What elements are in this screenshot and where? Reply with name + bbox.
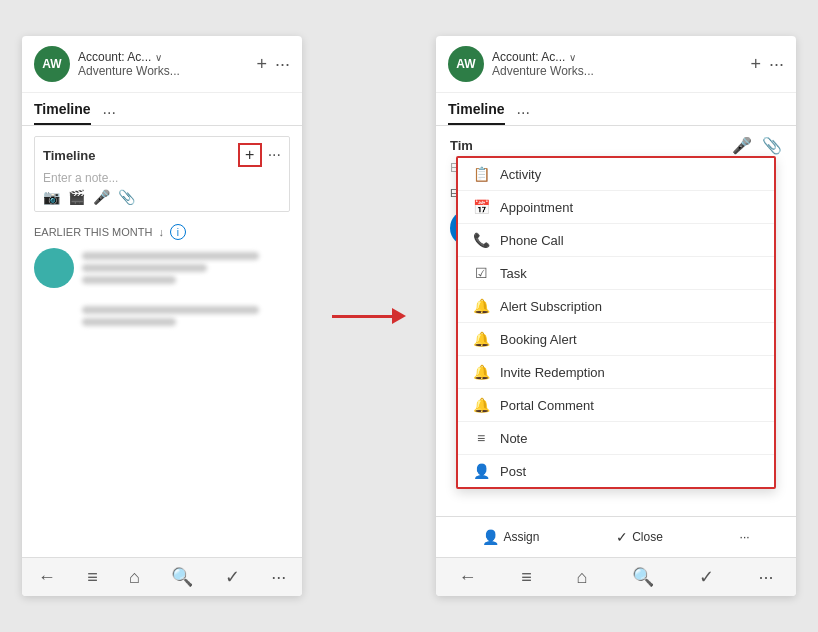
section-label: EARLIER THIS MONTH ↓ i <box>34 224 290 240</box>
right-header-subtitle: Adventure Works... <box>492 64 742 78</box>
right-header: AW Account: Ac... ∨ Adventure Works... +… <box>436 36 796 93</box>
activity-lines <box>82 296 290 336</box>
post-icon: 👤 <box>472 463 490 479</box>
blur-line <box>82 276 176 284</box>
assign-button[interactable]: 👤 Assign <box>474 525 547 549</box>
appointment-icon: 📅 <box>472 199 490 215</box>
add-icon[interactable]: + <box>256 54 267 75</box>
activity-avatar <box>34 248 74 288</box>
back-button[interactable]: ← <box>38 567 56 588</box>
activity-icon: 📋 <box>472 166 490 182</box>
left-panel: AW Account: Ac... ∨ Adventure Works... +… <box>22 36 302 596</box>
more-nav-button[interactable]: ··· <box>271 567 286 588</box>
booking-alert-icon: 🔔 <box>472 331 490 347</box>
bottom-nav: ← ≡ ⌂ 🔍 ✓ ··· <box>22 557 302 596</box>
right-header-actions: + ··· <box>750 54 784 75</box>
menu-button[interactable]: ≡ <box>87 567 98 588</box>
menu-item-portal-comment[interactable]: 🔔 Portal Comment <box>458 389 774 422</box>
action-more-button[interactable]: ··· <box>732 526 758 548</box>
close-button[interactable]: ✓ Close <box>608 525 671 549</box>
alert-subscription-icon: 🔔 <box>472 298 490 314</box>
menu-item-appointment[interactable]: 📅 Appointment <box>458 191 774 224</box>
header-subtitle: Adventure Works... <box>78 64 248 78</box>
timeline-content: Timeline + ··· Enter a note... 📷 🎬 🎤 📎 E… <box>22 126 302 557</box>
right-note-icons: 🎤 📎 <box>732 136 782 155</box>
tab-more-icon[interactable]: ··· <box>103 104 116 122</box>
menu-item-note[interactable]: ≡ Note <box>458 422 774 455</box>
blur-line <box>82 264 207 272</box>
right-attach-icon[interactable]: 📎 <box>762 136 782 155</box>
task-icon: ☑ <box>472 265 490 281</box>
arrow-head <box>392 308 406 324</box>
right-header-text: Account: Ac... ∨ Adventure Works... <box>492 50 742 78</box>
list-item <box>34 296 290 336</box>
avatar: AW <box>34 46 70 82</box>
arrow-indicator <box>332 308 406 324</box>
video-icon[interactable]: 🎬 <box>68 189 85 205</box>
chevron-down-icon[interactable]: ∨ <box>155 52 162 63</box>
timeline-note-box: Timeline + ··· Enter a note... 📷 🎬 🎤 📎 <box>34 136 290 212</box>
camera-icon[interactable]: 📷 <box>43 189 60 205</box>
tab-timeline[interactable]: Timeline <box>34 101 91 125</box>
portal-comment-icon: 🔔 <box>472 397 490 413</box>
activity-lines <box>82 248 290 288</box>
right-more-icon[interactable]: ··· <box>769 54 784 75</box>
menu-item-post[interactable]: 👤 Post <box>458 455 774 487</box>
right-menu-button[interactable]: ≡ <box>521 567 532 588</box>
right-chevron-icon[interactable]: ∨ <box>569 52 576 63</box>
arrow <box>332 308 406 324</box>
mic-icon[interactable]: 🎤 <box>93 189 110 205</box>
right-tab-timeline[interactable]: Timeline <box>448 101 505 125</box>
note-header: Timeline + ··· <box>43 143 281 167</box>
right-tasks-button[interactable]: ✓ <box>699 566 714 588</box>
phone-icon: 📞 <box>472 232 490 248</box>
note-action-icons: 📷 🎬 🎤 📎 <box>43 189 281 205</box>
tasks-button[interactable]: ✓ <box>225 566 240 588</box>
menu-item-invite-redemption[interactable]: 🔔 Invite Redemption <box>458 356 774 389</box>
home-button[interactable]: ⌂ <box>129 567 140 588</box>
info-icon[interactable]: i <box>170 224 186 240</box>
right-avatar: AW <box>448 46 484 82</box>
menu-item-phone-call[interactable]: 📞 Phone Call <box>458 224 774 257</box>
search-button[interactable]: 🔍 <box>171 566 193 588</box>
right-mic-icon[interactable]: 🎤 <box>732 136 752 155</box>
menu-item-booking-alert[interactable]: 🔔 Booking Alert <box>458 323 774 356</box>
right-panel: AW Account: Ac... ∨ Adventure Works... +… <box>436 36 796 596</box>
activity-dropdown-menu: 📋 Activity 📅 Appointment 📞 Phone Call ☑ … <box>456 156 776 489</box>
blur-line <box>82 252 259 260</box>
note-more-icon[interactable]: ··· <box>268 146 281 164</box>
blur-line <box>82 306 259 314</box>
header-text: Account: Ac... ∨ Adventure Works... <box>78 50 248 78</box>
right-note-title: Tim <box>450 138 473 153</box>
menu-item-task[interactable]: ☑ Task <box>458 257 774 290</box>
close-icon: ✓ <box>616 529 628 545</box>
note-title: Timeline <box>43 148 96 163</box>
invite-redemption-icon: 🔔 <box>472 364 490 380</box>
right-bottom-nav: ← ≡ ⌂ 🔍 ✓ ··· <box>436 557 796 596</box>
sort-icon[interactable]: ↓ <box>158 226 164 238</box>
attachment-icon[interactable]: 📎 <box>118 189 135 205</box>
left-header: AW Account: Ac... ∨ Adventure Works... +… <box>22 36 302 93</box>
tab-area: Timeline ··· <box>22 93 302 126</box>
right-home-button[interactable]: ⌂ <box>576 567 587 588</box>
header-title: Account: Ac... ∨ <box>78 50 248 64</box>
blur-line <box>82 318 176 326</box>
right-search-button[interactable]: 🔍 <box>632 566 654 588</box>
right-back-button[interactable]: ← <box>458 567 476 588</box>
menu-item-activity[interactable]: 📋 Activity <box>458 158 774 191</box>
note-icon: ≡ <box>472 430 490 446</box>
assign-icon: 👤 <box>482 529 499 545</box>
arrow-line <box>332 315 392 318</box>
menu-item-alert-subscription[interactable]: 🔔 Alert Subscription <box>458 290 774 323</box>
right-add-icon[interactable]: + <box>750 54 761 75</box>
right-tab-more-icon[interactable]: ··· <box>517 104 530 122</box>
right-header-title: Account: Ac... ∨ <box>492 50 742 64</box>
add-activity-button[interactable]: + <box>238 143 262 167</box>
enter-note-placeholder: Enter a note... <box>43 171 281 185</box>
action-bar: 👤 Assign ✓ Close ··· <box>436 516 796 557</box>
more-options-icon[interactable]: ··· <box>275 54 290 75</box>
right-more-nav-button[interactable]: ··· <box>759 567 774 588</box>
list-item <box>34 248 290 288</box>
header-actions: + ··· <box>256 54 290 75</box>
right-tab-area: Timeline ··· <box>436 93 796 126</box>
